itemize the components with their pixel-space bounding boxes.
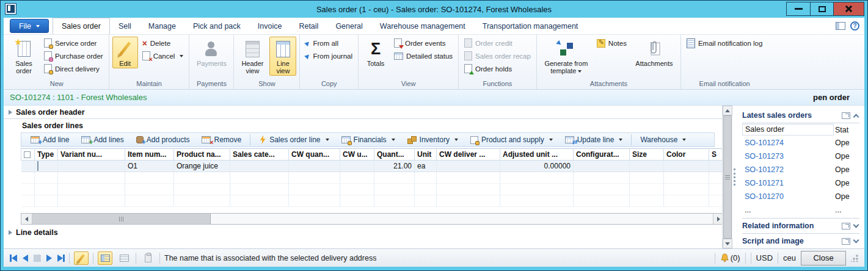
popout-icon[interactable]: [842, 238, 850, 245]
related-information-header[interactable]: Related information: [742, 219, 859, 234]
next-record-button[interactable]: [46, 255, 52, 262]
col-header-type[interactable]: Type: [35, 149, 58, 161]
order-events-button[interactable]: Order events: [392, 37, 455, 49]
minimize-button[interactable]: [787, 2, 810, 15]
tab-sell[interactable]: Sell: [110, 18, 140, 34]
sales-order-link[interactable]: SO-101272: [742, 165, 834, 174]
sales-order-line-menu[interactable]: Sales order line: [253, 134, 334, 146]
delete-button[interactable]: Delete: [140, 37, 186, 49]
line-view-button[interactable]: Line view: [269, 37, 296, 76]
notes-button[interactable]: Notes: [594, 37, 629, 49]
section-line-details[interactable]: Line details: [9, 228, 722, 237]
grid-view-button[interactable]: [117, 251, 131, 265]
quantity-cell[interactable]: 21.00: [374, 161, 415, 172]
generate-from-template-button[interactable]: Generate from template: [540, 37, 593, 76]
tab-manage[interactable]: Manage: [140, 18, 184, 34]
scrollbar-track[interactable]: [211, 214, 713, 224]
section-sales-order-header[interactable]: Sales order header: [4, 106, 722, 119]
help-icon[interactable]: [850, 21, 859, 31]
company-indicator[interactable]: ceu: [783, 253, 796, 262]
popout-icon[interactable]: [842, 112, 850, 119]
close-form-button[interactable]: Close: [801, 251, 846, 266]
expand-icon[interactable]: [853, 237, 859, 244]
tab-general[interactable]: General: [327, 18, 371, 34]
sales-order-link[interactable]: SO-101274: [742, 139, 834, 147]
vertical-scrollbar[interactable]: [722, 106, 732, 248]
sales-order-link[interactable]: SO-101271: [742, 179, 834, 187]
purchase-order-button[interactable]: Purchase order: [42, 49, 106, 62]
sales-order-link[interactable]: SO-101273: [742, 152, 834, 161]
checkbox-icon[interactable]: [24, 151, 31, 158]
sales-order-link[interactable]: SO-101270: [742, 192, 834, 201]
direct-delivery-button[interactable]: Direct delivery: [42, 62, 106, 75]
expander-icon[interactable]: [9, 110, 12, 115]
col-header-unit[interactable]: Unit: [415, 149, 437, 161]
scrollbar-thumb[interactable]: [723, 115, 732, 239]
currency-indicator[interactable]: USD: [756, 253, 773, 262]
scroll-right-button[interactable]: [713, 214, 722, 224]
update-line-menu[interactable]: Update line: [560, 134, 629, 146]
last-record-button[interactable]: [57, 255, 65, 262]
add-lines-button[interactable]: Add lines: [76, 134, 129, 146]
tab-pick-and-pack[interactable]: Pick and pack: [184, 18, 249, 34]
expand-icon[interactable]: [853, 222, 859, 228]
copy-from-journal-button[interactable]: From journal: [303, 49, 355, 62]
toggle-pane-icon[interactable]: [836, 22, 845, 30]
notifications-button[interactable]: (0): [720, 253, 740, 262]
detailed-status-button[interactable]: Detailed status: [392, 49, 455, 62]
item-number-cell[interactable]: O1: [125, 161, 174, 172]
col-header-cw-deliver[interactable]: CW deliver ...: [437, 149, 500, 161]
col-header-status[interactable]: Stat: [834, 125, 859, 135]
col-header-configuration[interactable]: Configurat...: [574, 149, 630, 161]
warehouse-menu[interactable]: Warehouse: [635, 134, 691, 146]
latest-sales-orders-header[interactable]: Latest sales orders: [742, 108, 859, 123]
copy-from-all-button[interactable]: From all: [303, 37, 355, 49]
resize-grip[interactable]: [851, 255, 858, 262]
previous-record-button[interactable]: [23, 255, 28, 262]
horizontal-scrollbar[interactable]: [21, 213, 722, 225]
collapse-icon[interactable]: [853, 114, 859, 120]
edit-mode-button[interactable]: [74, 251, 89, 265]
scrollbar-thumb[interactable]: [32, 214, 211, 224]
scroll-down-button[interactable]: [723, 239, 732, 248]
product-and-supply-menu[interactable]: Product and supply: [465, 134, 558, 146]
maximize-button[interactable]: [810, 2, 833, 15]
product-name-cell[interactable]: Orange juice: [174, 161, 230, 172]
expander-icon[interactable]: [9, 230, 12, 235]
totals-button[interactable]: Totals: [362, 37, 390, 68]
tab-warehouse-management[interactable]: Warehouse management: [371, 18, 474, 34]
remove-button[interactable]: Remove: [196, 134, 247, 146]
cancel-button[interactable]: Cancel: [140, 49, 186, 62]
header-view-button[interactable]: Header view: [237, 37, 268, 76]
col-header-cw-unit[interactable]: CW u...: [340, 149, 374, 161]
col-header-sales-order[interactable]: Sales order: [742, 124, 834, 136]
file-menu-button[interactable]: File: [10, 19, 49, 33]
col-header-cw-quantity[interactable]: CW quan...: [289, 149, 340, 161]
script-and-image-header[interactable]: Script and image: [742, 234, 859, 248]
scroll-up-button[interactable]: [723, 106, 732, 115]
first-record-button[interactable]: [10, 255, 17, 262]
col-header-sales-category[interactable]: Sales cate...: [230, 149, 289, 161]
col-header-product-name[interactable]: Product na...: [174, 149, 230, 161]
paste-button[interactable]: [140, 251, 155, 265]
details-view-button[interactable]: [98, 251, 112, 265]
attachments-button[interactable]: Attachments: [631, 37, 677, 68]
order-line-row[interactable]: O1 Orange juice 21.00 ea 0.00000: [21, 161, 723, 172]
col-header-item-number[interactable]: Item num...: [125, 149, 174, 161]
new-sales-order-button[interactable]: Sales order: [8, 37, 40, 76]
close-window-button[interactable]: [833, 2, 864, 15]
col-header-variant-number[interactable]: Variant nu...: [58, 149, 125, 161]
service-order-button[interactable]: Service order: [42, 37, 106, 49]
tab-invoice[interactable]: Invoice: [249, 18, 291, 34]
tab-retail[interactable]: Retail: [290, 18, 327, 34]
financials-menu[interactable]: Financials: [336, 134, 401, 146]
tab-sales-order[interactable]: Sales order: [53, 18, 110, 34]
popout-icon[interactable]: [842, 223, 850, 229]
add-products-button[interactable]: Add products: [131, 134, 195, 146]
unit-cell[interactable]: ea: [415, 161, 437, 172]
order-holds-button[interactable]: Order holds: [462, 62, 533, 75]
add-line-button[interactable]: Add line: [25, 134, 75, 146]
edit-button[interactable]: Edit: [112, 37, 138, 68]
inventory-menu[interactable]: Inventory: [402, 134, 464, 146]
col-header-quantity[interactable]: Quant...: [374, 149, 415, 161]
